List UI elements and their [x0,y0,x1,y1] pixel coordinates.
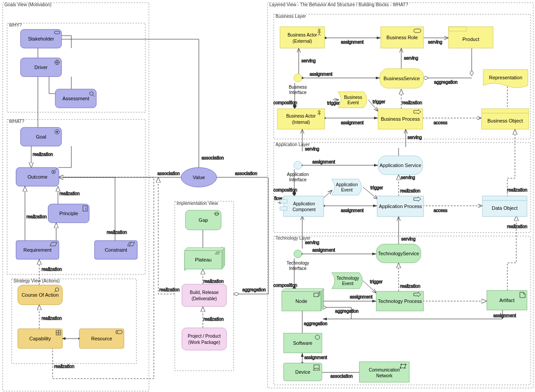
edges: realization realization realization real… [25,36,527,379]
node[interactable]: Node [282,289,324,311]
application-interface[interactable]: ApplicationInterface [287,161,309,182]
principle[interactable]: Principle! [48,204,89,223]
data-object[interactable]: Data Object [482,196,527,216]
constraint[interactable]: Constraint [95,241,137,259]
edge-label: aggregation [304,321,328,326]
node-label: Artifact [499,298,514,303]
node-label: Network [376,373,393,378]
archimate-diagram: Goals View (Motivation) WHY? WHAT? Strat… [0,0,535,392]
outcome[interactable]: Outcome [16,167,59,186]
application-service[interactable]: Application Service [378,156,423,175]
edge-label: realization [159,287,180,292]
node-label: Application Process [379,204,422,209]
node-label: Outcome [28,174,48,180]
course-of-action[interactable]: Course Of Action [18,285,62,305]
node-label: (External) [292,39,312,44]
edge-label: serving [401,175,415,180]
node-label: Product [462,37,479,42]
edge-label: realization [203,279,224,284]
technology-event[interactable]: TechnologyEvent [332,273,362,289]
edge-label: association [330,374,353,379]
node-label: Component [292,207,316,212]
driver[interactable]: Driver [21,58,62,77]
edge-label: serving [407,135,422,140]
capability[interactable]: Capability [18,329,62,348]
impl-title: Implementation View [177,201,218,206]
assessment[interactable]: Assessment [55,89,96,108]
business-actor-external[interactable]: Business Actor(External) [280,27,325,48]
edge-label: realization [54,364,74,369]
node-label: Gap [199,217,208,223]
edge-label: realization [107,230,127,235]
business-role[interactable]: Business Role [381,27,424,48]
technology-interface[interactable]: TechnologyInterface [287,250,309,271]
edge-label: realization [402,100,422,105]
communication-network[interactable]: CommunicationNetwork [359,362,409,382]
deliverable[interactable]: Build, Release(Deliverable) [182,284,226,306]
work-package[interactable]: Project / Product(Work Package) [182,328,226,350]
node-label: Technology Process [378,298,422,304]
plateau[interactable]: Plateau [185,247,225,271]
edge-label: association [202,155,224,160]
edge-label: realization [203,317,224,322]
edge-label: access [433,208,447,213]
node-label: BusinessService [383,76,420,81]
gap[interactable]: Gap [185,210,221,230]
requirement[interactable]: Requirement [16,241,59,259]
device[interactable]: Device [284,363,322,381]
artifact[interactable]: Artifact [487,290,527,310]
node-label: Value [193,175,205,180]
edge-label: composition [273,283,297,288]
resource[interactable]: Resource [79,329,124,348]
application-process[interactable]: Application Process [377,196,424,216]
edge-label: assignment [309,72,332,77]
technology-process[interactable]: Technology Process [376,291,424,311]
business-service[interactable]: BusinessService [380,69,424,88]
svg-rect-125 [280,200,287,203]
why-title: WHY? [9,23,22,28]
business-interface[interactable]: BusinessInterface [289,74,307,95]
edge-label: realization [507,188,527,192]
software[interactable]: Software [284,333,322,353]
edge-label: trigger [370,185,383,190]
business-object[interactable]: Business Object [482,109,529,129]
edge-label: realization [41,267,62,272]
edge-label: serving [404,56,418,61]
edge-label: assignment [493,313,516,318]
goal[interactable]: Goal [21,127,62,146]
representation[interactable]: Representation [483,69,528,88]
edge-label: realization [400,188,420,193]
edge-label: assignment [312,159,335,164]
svg-rect-124 [284,196,324,216]
node-label: Goal [36,134,46,139]
svg-text:!: ! [85,207,86,211]
application-event[interactable]: ApplicationEvent [332,179,362,195]
value[interactable]: Value [181,167,217,187]
product[interactable]: Product [449,27,493,48]
svg-point-130 [294,250,302,258]
node-label: Software [293,340,312,346]
svg-point-113 [294,74,302,82]
edge-label: assignment [350,294,372,299]
stakeholder[interactable]: Stakeholder [21,29,62,48]
node-label: Principle [59,211,78,216]
technology-service[interactable]: TechnologyService [376,244,421,263]
node-label: Business Actor [288,33,317,37]
node-label: Technology [337,276,359,281]
edge-label: composition [273,188,297,192]
svg-rect-126 [280,207,287,210]
edge-label: assignment [304,355,327,360]
node-label: Event [342,281,354,286]
node-label: Requirement [24,247,52,253]
business-process[interactable]: Business Process [378,109,423,129]
business-actor-internal[interactable]: Business Actor(Internal) [277,109,325,129]
edge-label: realization [41,316,62,321]
node-label: Capability [29,336,51,341]
layered-title: Layered View - The Behavior And Structur… [269,2,408,7]
edge-label: serving [301,58,316,63]
application-component[interactable]: ApplicationComponent [280,196,324,216]
node-label: Representation [489,75,523,80]
node-label: Technology [287,261,309,265]
business-event[interactable]: BusinessEvent [338,92,367,108]
edge-label: composition [273,100,297,105]
